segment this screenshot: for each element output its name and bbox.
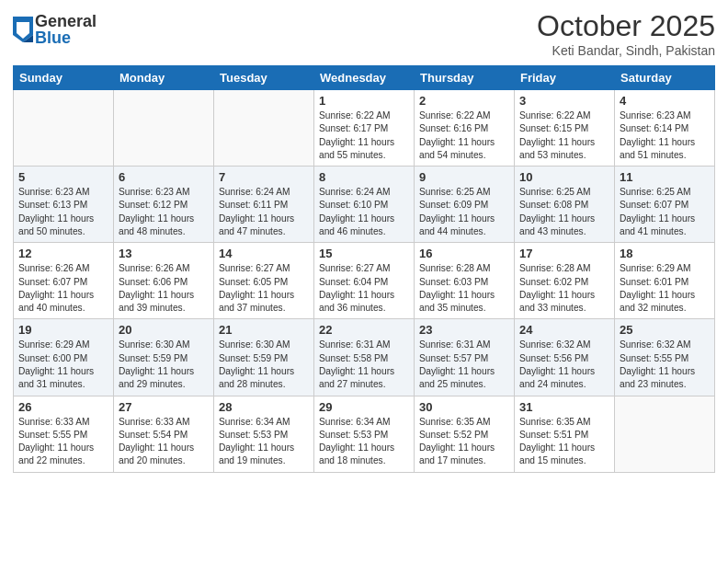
day-number: 31 — [519, 400, 609, 414]
header-monday: Monday — [114, 66, 214, 90]
day-number: 29 — [319, 400, 409, 414]
day-info: Sunrise: 6:27 AM Sunset: 6:05 PM Dayligh… — [219, 262, 309, 315]
day-number: 30 — [419, 400, 509, 414]
title-block: October 2025 Keti Bandar, Sindh, Pakista… — [537, 9, 715, 58]
table-row: 14Sunrise: 6:27 AM Sunset: 6:05 PM Dayli… — [214, 243, 314, 319]
table-row — [114, 90, 214, 167]
day-info: Sunrise: 6:28 AM Sunset: 6:02 PM Dayligh… — [519, 262, 609, 315]
day-number: 18 — [620, 247, 710, 260]
day-number: 19 — [18, 323, 108, 337]
day-number: 28 — [219, 400, 309, 414]
day-info: Sunrise: 6:22 AM Sunset: 6:17 PM Dayligh… — [319, 109, 409, 162]
header-thursday: Thursday — [415, 66, 515, 90]
day-number: 9 — [419, 170, 509, 184]
day-info: Sunrise: 6:25 AM Sunset: 6:08 PM Dayligh… — [519, 186, 609, 238]
table-row: 18Sunrise: 6:29 AM Sunset: 6:01 PM Dayli… — [615, 243, 715, 319]
day-info: Sunrise: 6:26 AM Sunset: 6:06 PM Dayligh… — [119, 262, 209, 315]
day-info: Sunrise: 6:25 AM Sunset: 6:07 PM Dayligh… — [620, 186, 710, 238]
logo-general-text: General — [35, 13, 97, 29]
table-row — [214, 90, 314, 167]
day-info: Sunrise: 6:31 AM Sunset: 5:58 PM Dayligh… — [319, 339, 409, 391]
day-number: 2 — [419, 94, 509, 108]
calendar-week-row: 5Sunrise: 6:23 AM Sunset: 6:13 PM Daylig… — [14, 167, 715, 243]
day-info: Sunrise: 6:34 AM Sunset: 5:53 PM Dayligh… — [219, 416, 309, 468]
day-number: 4 — [620, 94, 710, 108]
table-row: 27Sunrise: 6:33 AM Sunset: 5:54 PM Dayli… — [114, 396, 214, 472]
table-row: 26Sunrise: 6:33 AM Sunset: 5:55 PM Dayli… — [14, 396, 114, 472]
logo-icon — [13, 17, 33, 42]
day-number: 7 — [219, 170, 309, 184]
day-number: 5 — [18, 170, 108, 184]
day-number: 20 — [119, 323, 209, 337]
day-info: Sunrise: 6:33 AM Sunset: 5:55 PM Dayligh… — [18, 416, 108, 468]
day-info: Sunrise: 6:32 AM Sunset: 5:55 PM Dayligh… — [620, 339, 710, 391]
table-row: 21Sunrise: 6:30 AM Sunset: 5:59 PM Dayli… — [214, 319, 314, 396]
table-row: 2Sunrise: 6:22 AM Sunset: 6:16 PM Daylig… — [415, 90, 515, 167]
day-info: Sunrise: 6:32 AM Sunset: 5:56 PM Dayligh… — [519, 339, 609, 391]
calendar-week-row: 19Sunrise: 6:29 AM Sunset: 6:00 PM Dayli… — [14, 319, 715, 396]
day-number: 14 — [219, 247, 309, 260]
day-info: Sunrise: 6:22 AM Sunset: 6:16 PM Dayligh… — [419, 109, 509, 162]
day-info: Sunrise: 6:24 AM Sunset: 6:10 PM Dayligh… — [319, 186, 409, 238]
day-info: Sunrise: 6:24 AM Sunset: 6:11 PM Dayligh… — [219, 186, 309, 238]
day-info: Sunrise: 6:34 AM Sunset: 5:53 PM Dayligh… — [319, 416, 409, 468]
day-info: Sunrise: 6:30 AM Sunset: 5:59 PM Dayligh… — [119, 339, 209, 391]
day-info: Sunrise: 6:30 AM Sunset: 5:59 PM Dayligh… — [219, 339, 309, 391]
table-row: 29Sunrise: 6:34 AM Sunset: 5:53 PM Dayli… — [314, 396, 415, 472]
header-saturday: Saturday — [615, 66, 715, 90]
table-row: 15Sunrise: 6:27 AM Sunset: 6:04 PM Dayli… — [314, 243, 415, 319]
month-title: October 2025 — [537, 9, 715, 43]
day-number: 12 — [18, 247, 108, 260]
table-row: 5Sunrise: 6:23 AM Sunset: 6:13 PM Daylig… — [14, 167, 114, 243]
day-number: 10 — [519, 170, 609, 184]
table-row: 24Sunrise: 6:32 AM Sunset: 5:56 PM Dayli… — [515, 319, 615, 396]
header-wednesday: Wednesday — [314, 66, 415, 90]
day-info: Sunrise: 6:23 AM Sunset: 6:14 PM Dayligh… — [620, 109, 710, 162]
day-number: 27 — [119, 400, 209, 414]
table-row: 6Sunrise: 6:23 AM Sunset: 6:12 PM Daylig… — [114, 167, 214, 243]
day-number: 17 — [519, 247, 609, 260]
table-row: 31Sunrise: 6:35 AM Sunset: 5:51 PM Dayli… — [515, 396, 615, 472]
day-number: 25 — [620, 323, 710, 337]
day-number: 22 — [319, 323, 409, 337]
day-info: Sunrise: 6:23 AM Sunset: 6:12 PM Dayligh… — [119, 186, 209, 238]
day-info: Sunrise: 6:27 AM Sunset: 6:04 PM Dayligh… — [319, 262, 409, 315]
day-info: Sunrise: 6:26 AM Sunset: 6:07 PM Dayligh… — [18, 262, 108, 315]
day-number: 1 — [319, 94, 409, 108]
table-row: 9Sunrise: 6:25 AM Sunset: 6:09 PM Daylig… — [415, 167, 515, 243]
logo-blue-text: Blue — [35, 29, 97, 46]
logo-text: General Blue — [35, 13, 97, 46]
day-info: Sunrise: 6:23 AM Sunset: 6:13 PM Dayligh… — [18, 186, 108, 238]
table-row — [615, 396, 715, 472]
table-row: 10Sunrise: 6:25 AM Sunset: 6:08 PM Dayli… — [515, 167, 615, 243]
day-number: 13 — [119, 247, 209, 260]
day-number: 23 — [419, 323, 509, 337]
day-number: 3 — [519, 94, 609, 108]
table-row: 22Sunrise: 6:31 AM Sunset: 5:58 PM Dayli… — [314, 319, 415, 396]
table-row: 19Sunrise: 6:29 AM Sunset: 6:00 PM Dayli… — [14, 319, 114, 396]
calendar-week-row: 1Sunrise: 6:22 AM Sunset: 6:17 PM Daylig… — [14, 90, 715, 167]
table-row: 17Sunrise: 6:28 AM Sunset: 6:02 PM Dayli… — [515, 243, 615, 319]
day-number: 21 — [219, 323, 309, 337]
table-row: 1Sunrise: 6:22 AM Sunset: 6:17 PM Daylig… — [314, 90, 415, 167]
table-row: 25Sunrise: 6:32 AM Sunset: 5:55 PM Dayli… — [615, 319, 715, 396]
table-row: 20Sunrise: 6:30 AM Sunset: 5:59 PM Dayli… — [114, 319, 214, 396]
day-info: Sunrise: 6:28 AM Sunset: 6:03 PM Dayligh… — [419, 262, 509, 315]
day-number: 16 — [419, 247, 509, 260]
day-number: 6 — [119, 170, 209, 184]
day-number: 11 — [620, 170, 710, 184]
header-tuesday: Tuesday — [214, 66, 314, 90]
day-info: Sunrise: 6:35 AM Sunset: 5:51 PM Dayligh… — [519, 416, 609, 468]
table-row: 13Sunrise: 6:26 AM Sunset: 6:06 PM Dayli… — [114, 243, 214, 319]
header-friday: Friday — [515, 66, 615, 90]
day-info: Sunrise: 6:35 AM Sunset: 5:52 PM Dayligh… — [419, 416, 509, 468]
day-info: Sunrise: 6:25 AM Sunset: 6:09 PM Dayligh… — [419, 186, 509, 238]
table-row: 16Sunrise: 6:28 AM Sunset: 6:03 PM Dayli… — [415, 243, 515, 319]
table-row: 4Sunrise: 6:23 AM Sunset: 6:14 PM Daylig… — [615, 90, 715, 167]
day-number: 24 — [519, 323, 609, 337]
header: General Blue October 2025 Keti Bandar, S… — [13, 9, 715, 58]
table-row: 3Sunrise: 6:22 AM Sunset: 6:15 PM Daylig… — [515, 90, 615, 167]
location: Keti Bandar, Sindh, Pakistan — [537, 43, 715, 58]
calendar-table: Sunday Monday Tuesday Wednesday Thursday… — [13, 65, 715, 473]
day-number: 15 — [319, 247, 409, 260]
